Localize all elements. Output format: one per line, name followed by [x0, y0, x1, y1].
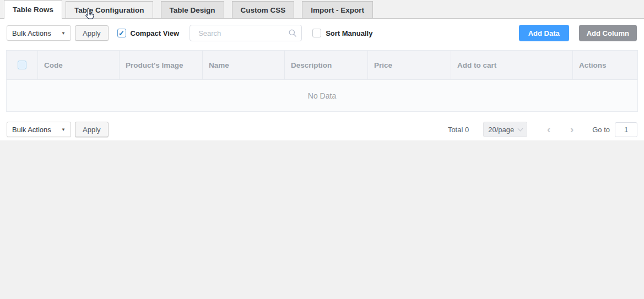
top-toolbar: Bulk Actions ▼ Apply ✓ Compact View Sort… — [0, 24, 644, 42]
search-input[interactable] — [190, 25, 302, 41]
column-header-price: Price — [368, 51, 451, 79]
bulk-actions-select-bottom[interactable]: Bulk Actions ▼ — [7, 122, 71, 137]
add-data-button[interactable]: Add Data — [519, 25, 569, 41]
prev-page-button[interactable]: ‹ — [545, 122, 552, 137]
search-field-wrap — [190, 25, 302, 41]
table-header-row: Code Product's Image Name Description Pr… — [7, 51, 637, 80]
sort-manually-label: Sort Manually — [326, 29, 372, 37]
column-header-add-to-cart: Add to cart — [451, 51, 573, 79]
tab-table-design[interactable]: Table Design — [161, 1, 224, 18]
select-all-checkbox[interactable] — [18, 61, 26, 69]
data-table: Code Product's Image Name Description Pr… — [6, 50, 638, 112]
nav-tab-bar: Table Rows Table Configuration Table Des… — [0, 0, 644, 19]
compact-view-label: Compact View — [131, 29, 180, 37]
add-column-button[interactable]: Add Column — [579, 25, 637, 41]
go-to-label: Go to — [592, 126, 610, 134]
tab-table-configuration[interactable]: Table Configuration — [66, 1, 153, 18]
search-icon — [288, 29, 297, 37]
select-dropdown-arrow-icon: ▼ — [61, 31, 66, 36]
empty-state: No Data — [7, 80, 637, 111]
pagination-total: Total 0 — [448, 126, 469, 134]
pagination: Total 0 20/page ‹ › Go to — [448, 122, 637, 137]
tab-table-rows[interactable]: Table Rows — [4, 0, 62, 19]
column-header-code: Code — [38, 51, 120, 79]
column-header-name: Name — [203, 51, 285, 79]
bulk-actions-bottom-selected-value: Bulk Actions — [12, 126, 51, 134]
table-rows-panel: Bulk Actions ▼ Apply ✓ Compact View Sort… — [0, 19, 644, 140]
compact-view-checkbox[interactable]: ✓ — [117, 29, 126, 37]
compact-view-group: ✓ Compact View — [117, 29, 180, 37]
column-header-actions: Actions — [573, 51, 637, 79]
go-to-page-input[interactable] — [615, 122, 637, 137]
bulk-actions-select[interactable]: Bulk Actions ▼ — [7, 25, 71, 41]
apply-button-bottom[interactable]: Apply — [75, 122, 109, 137]
bottom-toolbar: Bulk Actions ▼ Apply Total 0 20/page ‹ ›… — [0, 121, 644, 138]
bulk-actions-selected-value: Bulk Actions — [12, 29, 51, 37]
select-all-cell — [7, 51, 38, 79]
tab-import-export[interactable]: Import - Export — [302, 1, 373, 18]
checkmark-icon: ✓ — [118, 30, 125, 37]
column-header-products-image: Product's Image — [120, 51, 203, 79]
page-size-select[interactable]: 20/page — [483, 122, 527, 137]
chevron-down-icon — [518, 126, 523, 131]
tab-custom-css[interactable]: Custom CSS — [232, 1, 295, 18]
column-header-description: Description — [285, 51, 368, 79]
page-size-value: 20/page — [488, 126, 514, 134]
next-page-button[interactable]: › — [569, 122, 575, 137]
sort-manually-checkbox[interactable] — [312, 29, 321, 37]
sort-manually-group: Sort Manually — [312, 29, 372, 37]
apply-button[interactable]: Apply — [75, 25, 109, 41]
no-data-text: No Data — [308, 91, 336, 100]
select-dropdown-arrow-icon: ▼ — [61, 127, 66, 132]
